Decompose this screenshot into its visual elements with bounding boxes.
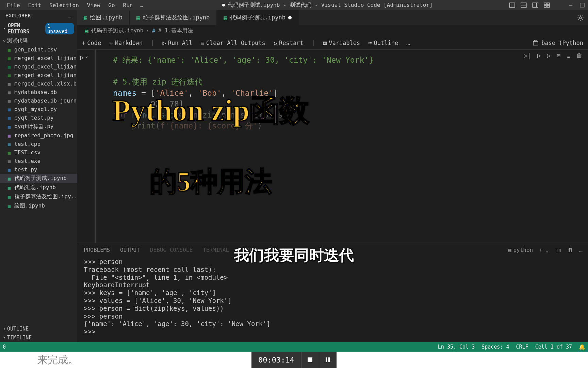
delete-cell-icon[interactable]: 🗑: [576, 51, 583, 60]
file-item[interactable]: ▦repaired_photo.jpg: [0, 131, 77, 140]
file-item[interactable]: ▦粒子群算法及绘图.ipy...: [0, 192, 77, 201]
split-terminal-icon[interactable]: ▯▯: [555, 247, 561, 253]
file-item[interactable]: ▦代码汇总.ipynb: [0, 183, 77, 192]
outline-button[interactable]: ≔ Outline: [368, 40, 398, 46]
file-item[interactable]: ▦mydatabase.db: [0, 88, 77, 96]
folder-header[interactable]: › 测试代码: [0, 36, 77, 45]
file-name: merged_excel_lijiang....: [14, 55, 77, 61]
editor-tab[interactable]: ▦代码例子测试.ipynb: [217, 10, 299, 25]
gear-icon[interactable]: [577, 14, 584, 21]
svg-rect-8: [544, 5, 546, 7]
editor-tab[interactable]: ▦粒子群算法及绘图.ipynb: [130, 10, 217, 25]
maximize-icon[interactable]: [579, 2, 585, 8]
file-item[interactable]: ▦pyqt_mysql.py: [0, 105, 77, 113]
file-name: repaired_photo.jpg: [14, 132, 73, 139]
cell-indicator[interactable]: Cell 1 of 37: [535, 344, 572, 350]
kernel-selector[interactable]: base (Python: [533, 40, 583, 46]
status-left[interactable]: 0: [3, 344, 6, 350]
file-item[interactable]: ▦merged_excel.xlsx.bai...: [0, 79, 77, 88]
layout-left-icon[interactable]: [509, 2, 515, 8]
video-overlay-title-1: Python zip函数: [112, 90, 309, 131]
file-item[interactable]: ▦TEST.csv: [0, 148, 77, 157]
breadcrumb[interactable]: ▦ 代码例子测试.ipynb › # # 1.基本用法: [77, 25, 588, 36]
pause-button[interactable]: [319, 352, 337, 368]
file-item[interactable]: ▦绘图.ipynb: [0, 201, 77, 211]
outline-section[interactable]: ›OUTLINE: [0, 324, 77, 333]
run-all-button[interactable]: ▷ Run All: [163, 40, 193, 46]
split-cell-icon[interactable]: ⊟: [557, 51, 560, 60]
menu-more-icon[interactable]: …: [137, 1, 146, 10]
layout-grid-icon[interactable]: [544, 2, 550, 8]
cell-indicator: [95, 50, 96, 243]
file-icon: ▦: [6, 175, 12, 182]
add-markdown-button[interactable]: + Markdown: [109, 40, 143, 46]
menu-go[interactable]: Go: [104, 1, 119, 10]
file-name: test.py: [14, 166, 37, 173]
terminal-kernel[interactable]: ▦ python: [508, 247, 533, 253]
file-item[interactable]: ▦pyqt计算器.py: [0, 122, 77, 131]
run-cell-button[interactable]: ▷ ⌄: [80, 53, 88, 62]
file-icon: ▦: [6, 89, 12, 95]
file-item[interactable]: ▦pyqt_test.py: [0, 113, 77, 122]
menu-edit[interactable]: Edit: [24, 1, 46, 10]
debug-tab[interactable]: DEBUG CONSOLE: [150, 247, 193, 253]
execute-below-icon[interactable]: ▷: [547, 51, 551, 60]
file-item[interactable]: ▦mydatabase.db-journ...: [0, 96, 77, 105]
terminal-output[interactable]: >>> person Traceback (most recent call l…: [77, 257, 588, 342]
menu-selection[interactable]: Selection: [45, 1, 83, 10]
svg-rect-16: [328, 357, 330, 362]
output-tab[interactable]: OUTPUT: [120, 247, 140, 253]
file-icon: ▦: [6, 194, 12, 200]
restart-button[interactable]: ↻ Restart: [274, 40, 304, 46]
file-icon: ▦: [6, 64, 12, 70]
open-editors-label: OPEN EDITORS: [8, 22, 43, 35]
run-by-line-icon[interactable]: ▷|: [524, 51, 531, 60]
open-editors-section[interactable]: › OPEN EDITORS 1 unsaved: [0, 21, 77, 36]
menu-run[interactable]: Run: [119, 1, 137, 10]
clear-outputs-button[interactable]: ≡ Clear All Outputs: [201, 40, 265, 46]
breadcrumb-file[interactable]: 代码例子测试.ipynb: [91, 27, 144, 34]
indentation[interactable]: Spaces: 4: [481, 344, 509, 350]
timeline-section[interactable]: ›TIMELINE: [0, 333, 77, 342]
file-item[interactable]: ▦test.exe: [0, 157, 77, 165]
file-name: 绘图.ipynb: [14, 202, 45, 210]
variables-button[interactable]: ▦ Variables: [323, 40, 360, 46]
menubar: File Edit Selection View Go Run … 代码例子测试…: [0, 0, 588, 10]
layout-right-icon[interactable]: [532, 2, 538, 8]
file-item[interactable]: ▦merged_excel_lijiang....: [0, 62, 77, 71]
file-item[interactable]: ▦merged_excel_lijiang....: [0, 54, 77, 62]
execute-above-icon[interactable]: ▷: [537, 51, 541, 60]
svg-rect-6: [544, 3, 546, 5]
more-actions-icon[interactable]: …: [567, 51, 570, 60]
file-item[interactable]: ▦gen_point.csv: [0, 45, 77, 54]
notifications-icon[interactable]: 🔔: [579, 344, 585, 350]
problems-tab[interactable]: PROBLEMS: [84, 247, 110, 253]
code-cell[interactable]: ▷ ⌄ ▷| ▷ ▷ ⊟ … 🗑 # 结果: {'name': 'Alice',…: [77, 50, 588, 243]
cursor-position[interactable]: Ln 35, Col 3: [438, 344, 475, 350]
video-overlay-title-2: 的5种用法: [150, 164, 272, 200]
file-item[interactable]: ▦代码例子测试.ipynb: [0, 174, 77, 183]
breadcrumb-section[interactable]: # 1.基本用法: [158, 27, 193, 34]
file-name: pyqt_test.py: [14, 114, 54, 121]
eol[interactable]: CRLF: [516, 344, 528, 350]
notebook-icon: ▦: [85, 28, 88, 34]
more-icon[interactable]: …: [68, 13, 71, 18]
video-player-bar: 来完成。 00:03:14: [0, 352, 588, 368]
editor-tab[interactable]: ▦绘图.ipynb: [77, 10, 130, 25]
layout-bottom-icon[interactable]: [521, 2, 527, 8]
minimize-icon[interactable]: ─: [568, 2, 574, 8]
add-code-button[interactable]: + Code: [82, 40, 101, 46]
menu-file[interactable]: File: [3, 1, 24, 10]
new-terminal-icon[interactable]: + ⌄: [539, 247, 549, 253]
tab-label: 绘图.ipynb: [90, 14, 122, 21]
file-icon: ▦: [6, 203, 12, 209]
file-item[interactable]: ▦test.py: [0, 165, 77, 174]
terminal-tab[interactable]: TERMINAL: [203, 247, 229, 253]
file-item[interactable]: ▦test.cpp: [0, 140, 77, 148]
stop-button[interactable]: [301, 352, 319, 368]
more-icon[interactable]: …: [579, 247, 583, 253]
more-icon[interactable]: …: [406, 40, 410, 46]
menu-view[interactable]: View: [83, 1, 104, 10]
trash-icon[interactable]: 🗑: [568, 247, 573, 253]
file-item[interactable]: ▦merged_excel_lijiang2....: [0, 71, 77, 79]
